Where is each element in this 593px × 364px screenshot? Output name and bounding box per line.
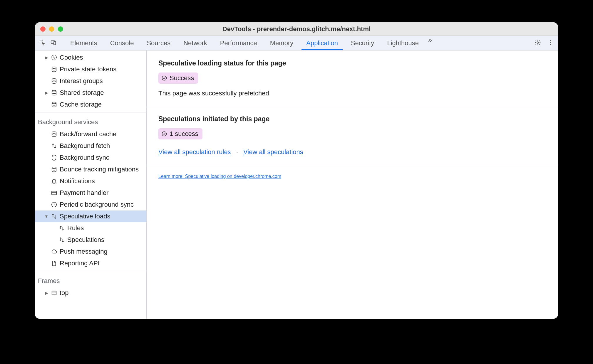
sidebar-item-speculative-loads[interactable]: Speculative loads xyxy=(35,210,146,222)
svg-point-8 xyxy=(53,57,53,57)
svg-point-9 xyxy=(54,58,55,58)
tab-console[interactable]: Console xyxy=(104,36,140,50)
inspect-element-icon[interactable] xyxy=(39,39,46,47)
sidebar-item-push-messaging[interactable]: Push messaging xyxy=(35,246,146,257)
tab-lighthouse[interactable]: Lighthouse xyxy=(381,36,425,50)
sidebar-item-speculations[interactable]: Speculations xyxy=(35,234,146,246)
svg-point-19 xyxy=(162,76,167,80)
transfer-icon xyxy=(58,237,65,243)
device-toggle-icon[interactable] xyxy=(50,39,57,47)
chevron-right-icon[interactable] xyxy=(44,291,48,295)
sidebar-item-label: Back/forward cache xyxy=(60,130,116,138)
sidebar-item-cookies[interactable]: Cookies xyxy=(35,52,146,63)
status-text: This page was successfully prefetched. xyxy=(158,90,546,97)
svg-point-14 xyxy=(52,132,56,134)
tab-security[interactable]: Security xyxy=(344,36,381,50)
sidebar-item-label: Cache storage xyxy=(60,101,102,108)
svg-point-11 xyxy=(52,79,56,80)
sidebar-item-back-forward-cache[interactable]: Back/forward cache xyxy=(35,128,146,140)
sidebar-item-background-sync[interactable]: Background sync xyxy=(35,152,146,164)
chevron-down-icon[interactable] xyxy=(44,214,48,219)
sidebar-item-periodic-bg-sync[interactable]: Periodic background sync xyxy=(35,199,146,210)
sidebar-item-background-fetch[interactable]: Background fetch xyxy=(35,140,146,152)
tab-memory[interactable]: Memory xyxy=(264,36,300,50)
database-icon xyxy=(51,166,57,173)
sidebar-item-label: Periodic background sync xyxy=(60,201,134,208)
database-icon xyxy=(51,90,57,96)
initiated-badge-label: 1 success xyxy=(170,130,198,138)
sidebar-item-shared-storage[interactable]: Shared storage xyxy=(35,87,146,99)
sidebar-item-label: Rules xyxy=(67,224,84,232)
fullscreen-window-button[interactable] xyxy=(58,26,63,32)
tab-elements[interactable]: Elements xyxy=(64,36,104,50)
sidebar-section-frames: Frames xyxy=(35,273,146,287)
cloud-icon xyxy=(51,248,57,255)
content-area: Cookies Private state tokens Interest gr… xyxy=(35,50,558,319)
toolbar: Elements Console Sources Network Perform… xyxy=(35,36,558,50)
devtools-window: DevTools - prerender-demos.glitch.me/nex… xyxy=(35,22,558,319)
tab-performance[interactable]: Performance xyxy=(214,36,264,50)
gear-icon[interactable] xyxy=(535,39,541,47)
sidebar: Cookies Private state tokens Interest gr… xyxy=(35,50,147,319)
sidebar-item-payment-handler[interactable]: Payment handler xyxy=(35,187,146,199)
traffic-lights xyxy=(40,26,63,32)
sidebar-item-label: Background sync xyxy=(60,154,109,161)
sidebar-item-label: Shared storage xyxy=(60,89,104,97)
database-icon xyxy=(51,66,57,73)
sidebar-item-label: top xyxy=(60,289,69,297)
more-tabs-icon[interactable]: » xyxy=(425,36,435,50)
sidebar-item-label: Bounce tracking mitigations xyxy=(60,166,139,173)
sidebar-item-cache-storage[interactable]: Cache storage xyxy=(35,99,146,110)
sidebar-item-bounce-tracking[interactable]: Bounce tracking mitigations xyxy=(35,164,146,175)
chevron-right-icon[interactable] xyxy=(44,90,48,95)
svg-point-13 xyxy=(52,102,56,104)
svg-point-20 xyxy=(162,132,167,136)
link-learn-more[interactable]: Learn more: Speculative loading on devel… xyxy=(158,174,281,179)
kebab-menu-icon[interactable] xyxy=(547,39,554,47)
sidebar-item-label: Private state tokens xyxy=(60,65,116,73)
svg-point-5 xyxy=(550,42,551,43)
svg-point-3 xyxy=(537,42,539,43)
sidebar-item-label: Push messaging xyxy=(60,248,108,255)
sidebar-item-rules[interactable]: Rules xyxy=(35,222,146,234)
link-view-all-rules[interactable]: View all speculation rules xyxy=(158,148,231,156)
panel-status: Speculative loading status for this page… xyxy=(147,50,558,106)
svg-point-4 xyxy=(550,40,551,41)
sidebar-item-label: Payment handler xyxy=(60,189,108,197)
tab-application[interactable]: Application xyxy=(300,36,344,50)
main-panel: Speculative loading status for this page… xyxy=(147,50,558,319)
sidebar-item-label: Notifications xyxy=(60,177,95,185)
sidebar-item-notifications[interactable]: Notifications xyxy=(35,175,146,187)
svg-point-15 xyxy=(52,167,56,169)
transfer-icon xyxy=(51,143,57,149)
svg-point-7 xyxy=(52,55,57,60)
separator: · xyxy=(236,148,238,156)
frame-icon xyxy=(51,290,57,296)
database-icon xyxy=(51,101,57,108)
close-window-button[interactable] xyxy=(40,26,46,32)
sidebar-item-interest-groups[interactable]: Interest groups xyxy=(35,75,146,87)
database-icon xyxy=(51,131,57,137)
sidebar-item-frame-top[interactable]: top xyxy=(35,287,146,299)
check-circle-icon xyxy=(161,131,167,137)
link-view-all-speculations[interactable]: View all speculations xyxy=(243,148,303,156)
window-title: DevTools - prerender-demos.glitch.me/nex… xyxy=(222,25,371,33)
svg-point-6 xyxy=(550,44,551,45)
svg-point-12 xyxy=(52,90,56,92)
chevron-right-icon[interactable] xyxy=(44,55,48,60)
cookie-icon xyxy=(51,54,57,61)
sidebar-item-reporting-api[interactable]: Reporting API xyxy=(35,257,146,269)
sidebar-item-label: Speculations xyxy=(67,236,104,244)
tab-sources[interactable]: Sources xyxy=(140,36,177,50)
panel-learn-more: Learn more: Speculative loading on devel… xyxy=(147,165,558,188)
sync-icon xyxy=(51,154,57,161)
svg-rect-2 xyxy=(54,41,56,45)
sidebar-item-label: Background fetch xyxy=(60,142,110,150)
panel-initiated: Speculations initiated by this page 1 su… xyxy=(147,106,558,165)
minimize-window-button[interactable] xyxy=(49,26,54,32)
sidebar-section-background-services: Background services xyxy=(35,114,146,128)
credit-card-icon xyxy=(51,190,57,196)
svg-point-10 xyxy=(52,67,56,69)
sidebar-item-private-state-tokens[interactable]: Private state tokens xyxy=(35,63,146,75)
tab-network[interactable]: Network xyxy=(177,36,214,50)
